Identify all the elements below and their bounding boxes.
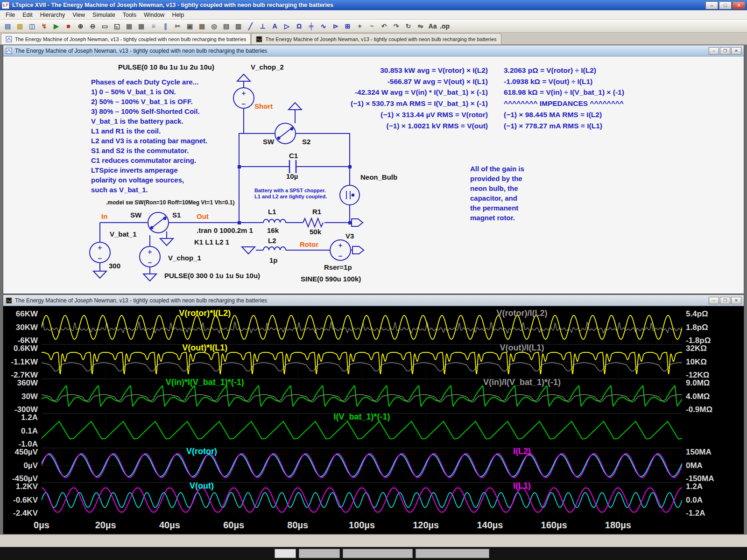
out-net-label: Out bbox=[197, 212, 209, 220]
neon-bulb[interactable] bbox=[340, 185, 359, 205]
ground-icon[interactable]: ⊥ bbox=[257, 21, 268, 31]
print-preview-icon[interactable]: ▥ bbox=[233, 21, 244, 31]
minimize-button[interactable]: – bbox=[705, 1, 718, 9]
model-directive[interactable]: .model sw SW(Ron=10 Roff=10Meg Vt=1 Vh=0… bbox=[106, 199, 234, 206]
waveform-plot-area[interactable]: 66KW30KW-6KW5.4pΩ1.8pΩ-1.8pΩV(rotor)*I(L… bbox=[3, 306, 744, 534]
save-icon[interactable]: ◫ bbox=[26, 21, 38, 31]
waveform-window: The Energy Machine of Joseph Newman, v13… bbox=[3, 294, 744, 534]
trace-title[interactable]: V(out) bbox=[190, 481, 214, 491]
c1-capacitor[interactable] bbox=[289, 160, 296, 173]
trace-title[interactable]: V(in)*I(V_bat_1)*(-1) bbox=[166, 378, 244, 387]
taskbar-item[interactable] bbox=[299, 549, 340, 558]
y-axis-left-tick: 0.6KW bbox=[14, 344, 38, 353]
trace-title[interactable]: V(rotor) bbox=[186, 447, 217, 456]
measurement-line: (−1) × 1.0021 kV RMS = V(out) bbox=[255, 120, 488, 132]
trace-title[interactable]: V(out)/I(L1) bbox=[500, 343, 544, 353]
menu-hierarchy[interactable]: Hierarchy bbox=[36, 11, 69, 19]
v-bat-1-source[interactable] bbox=[90, 242, 110, 263]
waveform-window-titlebar[interactable]: The Energy Machine of Joseph Newman, v13… bbox=[3, 295, 744, 306]
waveform-close-button[interactable]: ✕ bbox=[731, 297, 741, 304]
probe-icon[interactable]: ↯ bbox=[38, 21, 50, 31]
y-axis-right-tick: -0.9MΩ bbox=[686, 405, 712, 414]
trace-title[interactable]: V(out)*I(L1) bbox=[182, 343, 227, 353]
l2-inductor[interactable] bbox=[263, 247, 286, 250]
r1-resistor[interactable] bbox=[303, 218, 323, 227]
menu-window[interactable]: Window bbox=[140, 11, 168, 19]
trace-title[interactable]: I(V_bat_1)*(-1) bbox=[333, 412, 390, 422]
menu-file[interactable]: File bbox=[2, 11, 19, 19]
schematic-comment-line: 3) 80% – 100% Self-Shorted Coil. bbox=[91, 106, 207, 116]
trace-title[interactable]: I(L2) bbox=[513, 447, 531, 456]
trace-title[interactable]: I(L1) bbox=[513, 481, 531, 491]
waveform-minimize-button[interactable]: – bbox=[709, 297, 719, 304]
l1-inductor[interactable] bbox=[263, 219, 286, 223]
menu-simulate[interactable]: Simulate bbox=[89, 11, 119, 19]
cut-icon[interactable]: ✂ bbox=[172, 21, 183, 31]
zoom-out-icon[interactable]: ⊖ bbox=[87, 21, 99, 31]
grid-icon[interactable]: ▦ bbox=[123, 21, 135, 31]
undo-icon[interactable]: ↶ bbox=[378, 21, 390, 31]
run-icon[interactable]: ▶ bbox=[50, 21, 62, 31]
tran-directive[interactable]: .tran 0 1000.2m 1 bbox=[197, 226, 253, 234]
schematic-comment-line: S1 and S2 is the commutator. bbox=[91, 146, 207, 155]
capacitor-icon[interactable]: ╪ bbox=[305, 21, 317, 31]
open-icon[interactable]: ▥ bbox=[14, 21, 26, 31]
new-schematic-icon[interactable]: ▤ bbox=[2, 21, 14, 31]
schematic-comment-line: C1 reduces commutator arcing. bbox=[91, 155, 207, 165]
snap-icon[interactable]: ▩ bbox=[135, 21, 147, 31]
move-icon[interactable]: + bbox=[354, 21, 366, 31]
y-axis-right-tick: 0MA bbox=[686, 461, 703, 470]
inductor-icon[interactable]: ∿ bbox=[317, 21, 329, 31]
v3-source[interactable] bbox=[330, 240, 351, 260]
redo-icon[interactable]: ↷ bbox=[390, 21, 402, 31]
y-axis-left-tick: -2.4KV bbox=[13, 509, 38, 518]
mirror-icon[interactable]: ⇋ bbox=[415, 21, 426, 31]
paste-icon[interactable]: ▦ bbox=[196, 21, 208, 31]
zoom-fit-icon[interactable]: ◱ bbox=[111, 21, 123, 31]
zoom-in-icon[interactable]: ⊕ bbox=[75, 21, 86, 31]
text-icon[interactable]: Aa bbox=[427, 21, 438, 31]
spice-directive-icon[interactable]: .op bbox=[439, 21, 451, 31]
menu-edit[interactable]: Edit bbox=[19, 11, 36, 19]
drag-icon[interactable]: ~ bbox=[366, 21, 378, 31]
port-icon[interactable]: ▷ bbox=[281, 21, 293, 31]
trace-title[interactable]: V(in)/I(V_bat_1)*(-1) bbox=[483, 378, 561, 387]
schematic-canvas[interactable]: PULSE(0 10 8u 1u 1u 2u 10u) V_chop_2 Sho… bbox=[3, 56, 744, 294]
taskbar-item[interactable] bbox=[343, 549, 413, 558]
menu-view[interactable]: View bbox=[69, 11, 89, 19]
tab-schematic[interactable]: The Energy Machine of Joseph Newman, v13… bbox=[1, 33, 251, 44]
tab-waveform[interactable]: The Energy Machine of Joseph Newman, v13… bbox=[251, 33, 501, 44]
taskbar-item[interactable] bbox=[275, 549, 296, 558]
wire-icon[interactable]: ╱ bbox=[245, 21, 256, 31]
k1-directive[interactable]: K1 L1 L2 1 bbox=[194, 238, 229, 246]
zoom-area-icon[interactable]: ▭ bbox=[99, 21, 111, 31]
maximize-button[interactable]: □ bbox=[719, 1, 732, 9]
schematic-restore-button[interactable]: ❐ bbox=[720, 47, 730, 55]
diode-icon[interactable]: ⊳ bbox=[330, 21, 341, 31]
schematic-minimize-button[interactable]: – bbox=[709, 47, 719, 55]
menu-tools[interactable]: Tools bbox=[119, 11, 140, 19]
rotor-net-label: Rotor bbox=[300, 240, 318, 248]
copy-icon[interactable]: ▣ bbox=[184, 21, 196, 31]
halt-icon[interactable]: ■ bbox=[63, 21, 74, 31]
find-icon[interactable]: ◎ bbox=[208, 21, 220, 31]
schematic-close-button[interactable]: ✕ bbox=[731, 47, 741, 55]
print-icon[interactable]: ▤ bbox=[220, 21, 232, 31]
mirror-axis-icon[interactable]: ∥ bbox=[160, 21, 171, 31]
v-chop-2-source[interactable] bbox=[233, 88, 254, 108]
s1-switch[interactable] bbox=[148, 212, 169, 233]
align-icon[interactable]: ≡ bbox=[148, 21, 159, 31]
l2-value-label: 1p bbox=[269, 256, 278, 264]
rotate-icon[interactable]: ↻ bbox=[402, 21, 414, 31]
trace-title[interactable]: V(rotor)*I(L2) bbox=[179, 308, 231, 318]
trace-title[interactable]: V(rotor)/I(L2) bbox=[497, 308, 548, 318]
menu-help[interactable]: Help bbox=[168, 11, 188, 19]
schematic-window-titlebar[interactable]: The Energy Machine of Joseph Newman, v13… bbox=[3, 45, 744, 56]
v-chop-1-source[interactable] bbox=[140, 246, 160, 267]
taskbar-item[interactable] bbox=[416, 549, 489, 558]
resistor-icon[interactable]: Ω bbox=[293, 21, 305, 31]
component-icon[interactable]: ⊞ bbox=[342, 21, 353, 31]
waveform-restore-button[interactable]: ❐ bbox=[720, 297, 730, 304]
net-label-icon[interactable]: A bbox=[269, 21, 281, 31]
close-button[interactable]: ✕ bbox=[733, 1, 745, 9]
